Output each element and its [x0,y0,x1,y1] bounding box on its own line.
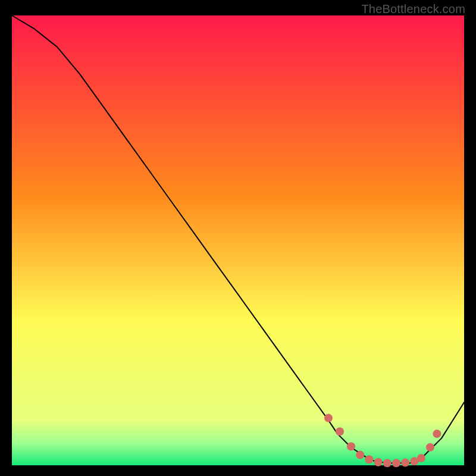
marker-point [356,451,364,459]
watermark-text: TheBottleneck.com [361,2,465,16]
marker-point [426,443,434,452]
bottleneck-curve [12,15,464,465]
marker-point [324,414,333,422]
marker-point [347,442,355,450]
marker-point [401,459,409,467]
plot-area [12,15,464,465]
marker-point [433,430,441,438]
marker-point [383,459,392,467]
optimal-region-markers [324,414,441,468]
marker-point [374,458,383,466]
chart-frame: TheBottleneck.com [0,0,476,476]
marker-point [417,454,425,462]
marker-point [392,459,400,467]
marker-point [336,427,344,436]
marker-point [365,455,373,464]
